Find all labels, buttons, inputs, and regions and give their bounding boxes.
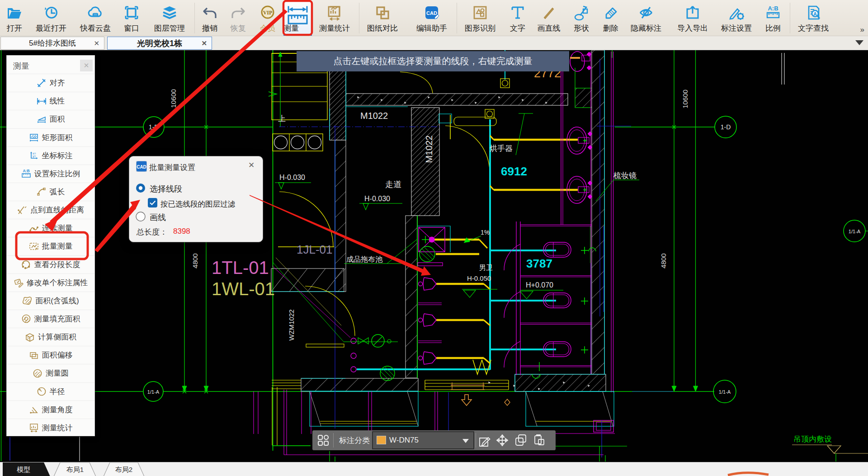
svg-text:1-D: 1-D <box>721 123 731 131</box>
svg-text:1%: 1% <box>481 229 490 236</box>
svg-text:CAD: CAD <box>137 165 146 170</box>
svg-text:梳妆镜: 梳妆镜 <box>613 171 637 180</box>
svg-text:H-0.030: H-0.030 <box>279 174 305 181</box>
svg-text:1/1-A: 1/1-A <box>147 389 160 395</box>
svg-text:6912: 6912 <box>501 165 527 178</box>
svg-text:A:B: A:B <box>23 169 29 173</box>
svg-text:A:B: A:B <box>768 5 778 12</box>
svg-text:布局2: 布局2 <box>115 466 132 473</box>
svg-text:4800: 4800 <box>660 253 667 268</box>
svg-text:H+0.070: H+0.070 <box>526 281 553 289</box>
svg-text:10600: 10600 <box>681 90 689 108</box>
svg-text:成品拖布池: 成品拖布池 <box>346 255 383 263</box>
svg-text:男卫: 男卫 <box>479 264 493 271</box>
svg-text:M1022: M1022 <box>424 135 434 163</box>
svg-text:布局1: 布局1 <box>66 466 84 473</box>
svg-text:VIP: VIP <box>263 9 273 16</box>
svg-text:1TL-01: 1TL-01 <box>212 258 269 278</box>
svg-text:走道: 走道 <box>385 180 401 189</box>
svg-text:H-0.030: H-0.030 <box>364 195 390 203</box>
svg-text:y=: y= <box>33 155 36 158</box>
svg-text:1/1-A: 1/1-A <box>719 389 731 395</box>
svg-text:烘手器: 烘手器 <box>490 144 513 153</box>
svg-text:H-0.050: H-0.050 <box>467 274 491 282</box>
svg-text:CAD: CAD <box>426 10 437 16</box>
svg-text:A: A <box>813 11 817 17</box>
svg-text:3787: 3787 <box>526 257 552 270</box>
svg-text:1JL-01: 1JL-01 <box>297 243 333 256</box>
svg-text:模型: 模型 <box>17 466 30 473</box>
svg-text:上: 上 <box>278 114 286 123</box>
svg-text:M1022: M1022 <box>360 111 388 121</box>
svg-text:WZM1022: WZM1022 <box>288 309 295 340</box>
svg-text:1WL-01: 1WL-01 <box>212 279 275 299</box>
svg-text:1/1-A: 1/1-A <box>849 229 861 234</box>
svg-text:4800: 4800 <box>191 253 199 268</box>
svg-text:吊顶内敷设: 吊顶内敷设 <box>793 435 832 443</box>
svg-text:10600: 10600 <box>170 89 177 108</box>
svg-text:1-D: 1-D <box>149 123 159 131</box>
